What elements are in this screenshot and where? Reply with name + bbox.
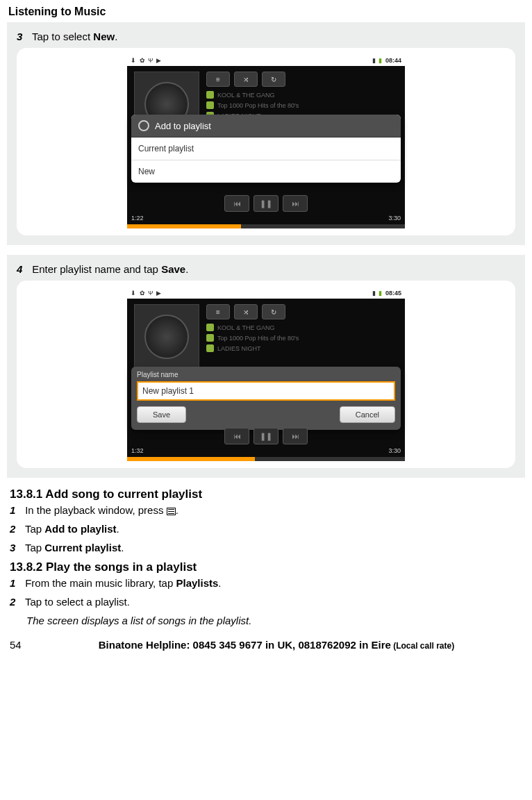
sec2-step1: 1 From the main music library, tap Playl… [10,577,522,589]
total-2: 3:30 [388,447,401,454]
footer-note: (Local call rate) [391,641,454,651]
statusbar-1: ⬇ ✿ Ψ ▶ ▮ ▮ 08:44 [127,55,405,66]
list-icon[interactable]: ≡ [206,72,230,87]
elapsed-1: 1:22 [131,215,144,222]
page-number: 54 [10,639,31,651]
heading-13-8-2: 13.8.2 Play the songs in a playlist [10,560,522,574]
sec1-step3: 3 Tap Current playlist. [10,542,522,553]
sec2-note: The screen displays a list of songs in t… [26,615,522,626]
screenshot-2-wrap: ⬇ ✿ Ψ ▶ ▮ ▮ 08:45 ≡ ⤨ ↻ [17,281,515,468]
top-button-row-2: ≡ ⤨ ↻ [206,304,285,319]
signal-icon: ▮ [372,290,376,297]
battery-icon: ▮ [379,290,382,297]
statusbar-right-icons-2: ▮ ▮ 08:45 [372,290,402,297]
artist-1: KOOL & THE GANG [217,92,275,99]
total-1: 3:30 [388,215,401,222]
list-icon[interactable]: ≡ [206,304,230,319]
album-badge-icon [206,101,214,109]
dialog-header: Add to playlist [131,115,401,138]
statusbar-time-1: 08:44 [385,57,401,64]
playlist-name-dialog: Playlist name New playlist 1 Save Cancel [131,367,401,430]
shuffle-icon[interactable]: ⤨ [234,72,258,87]
screenshot-2: ⬇ ✿ Ψ ▶ ▮ ▮ 08:45 ≡ ⤨ ↻ [127,288,405,461]
step-4-post: . [185,263,188,275]
progress-fill-1 [127,224,241,228]
album-1: Top 1000 Pop Hits of the 80's [217,102,299,109]
elapsed-2: 1:32 [131,447,144,454]
progress-bar-1[interactable] [127,224,405,228]
playlist-name-input[interactable]: New playlist 1 [137,381,395,401]
sec1-step1-post: . [176,504,178,516]
settings-icon: ✿ [140,290,145,297]
sec1-step3-post: . [121,542,124,553]
signal-icon: ▮ [372,57,376,64]
repeat-icon[interactable]: ↻ [262,304,285,319]
page-title: Listening to Music [0,0,532,22]
sec1-step2: 2 Tap Add to playlist. [10,523,522,535]
artist-2: KOOL & THE GANG [217,324,275,331]
cancel-button[interactable]: Cancel [340,406,395,423]
step-3-number: 3 [17,31,29,42]
shuffle-icon[interactable]: ⤨ [234,304,258,319]
album-art-2 [134,304,199,369]
next-icon[interactable]: ⏭ [283,428,308,444]
artist-badge-icon [206,324,214,331]
add-to-playlist-dialog: Add to playlist Current playlist New [131,115,401,183]
album-disc-icon [144,315,189,359]
menu-icon [167,508,176,515]
sec2-step1-bold: Playlists [176,577,218,589]
step-3-text: 3 Tap to select New. [17,31,515,42]
statusbar-right-icons: ▮ ▮ 08:44 [372,57,402,64]
footer-main: Binatone Helpline: 0845 345 9677 in UK, … [99,639,391,651]
usb-icon: Ψ [148,57,153,64]
play-icon: ▶ [156,57,161,64]
album-2: Top 1000 Pop Hits of the 80's [217,335,299,342]
top-button-row-1: ≡ ⤨ ↻ [206,72,285,87]
play-icon: ▶ [156,290,161,297]
sec1-step2-post: . [117,523,119,535]
sec2-step2: 2 Tap to select a playlist. [10,596,522,608]
song-2: LADIES NIGHT [217,345,261,352]
playback-controls-1: ⏮ ❚❚ ⏭ [127,195,405,212]
playlist-name-label: Playlist name [137,371,395,378]
sec1-step2-num: 2 [10,523,22,535]
step-4-section: 4 Enter playlist name and tap Save. ⬇ ✿ … [7,255,525,478]
step-3-bold: New [93,31,115,42]
repeat-icon[interactable]: ↻ [262,72,285,87]
sec1-step1: 1 In the playback window, press . [10,504,522,516]
next-icon[interactable]: ⏭ [283,195,308,212]
download-icon: ⬇ [131,290,136,297]
sec2-step1-num: 1 [10,577,22,589]
sec1-step1-pre: In the playback window, press [25,504,166,516]
progress-bar-2[interactable] [127,457,405,461]
artist-badge-icon [206,91,214,99]
prev-icon[interactable]: ⏮ [224,428,249,444]
sec2-step1-pre: From the main music library, tap [25,577,176,589]
step-3-section: 3 Tap to select New. ⬇ ✿ Ψ ▶ ▮ ▮ 08:44 [7,22,525,245]
pause-icon[interactable]: ❚❚ [253,428,279,444]
sec2-step2-num: 2 [10,596,22,608]
statusbar-left-icons: ⬇ ✿ Ψ ▶ [130,57,162,64]
save-button[interactable]: Save [137,406,186,423]
phone-main-2: ≡ ⤨ ↻ KOOL & THE GANG Top 1000 Pop Hits … [127,299,405,457]
sec2-step2-text: Tap to select a playlist. [25,596,130,608]
dialog-option-new[interactable]: New [131,160,401,183]
playback-controls-2: ⏮ ❚❚ ⏭ [127,428,405,444]
statusbar-left-icons-2: ⬇ ✿ Ψ ▶ [130,290,162,297]
sec1-step3-bold: Current playlist [44,542,121,553]
pause-icon[interactable]: ❚❚ [253,195,279,212]
footer-text: Binatone Helpline: 0845 345 9677 in UK, … [31,639,522,651]
sec1-step2-bold: Add to playlist [44,523,116,535]
heading-13-8-1: 13.8.1 Add song to current playlist [10,488,522,501]
dialog-option-current[interactable]: Current playlist [131,138,401,160]
sec1-step1-num: 1 [10,504,22,516]
phone-main-1: ≡ ⤨ ↻ KOOL & THE GANG Top 1000 Pop Hits … [127,66,405,224]
download-icon: ⬇ [131,57,136,64]
meta-rows-2: KOOL & THE GANG Top 1000 Pop Hits of the… [206,324,299,355]
step-3-post: . [115,31,117,42]
album-badge-icon [206,334,214,342]
sec1-step2-pre: Tap [25,523,44,535]
battery-icon: ▮ [379,57,382,64]
prev-icon[interactable]: ⏮ [224,195,249,212]
usb-icon: Ψ [148,290,153,297]
